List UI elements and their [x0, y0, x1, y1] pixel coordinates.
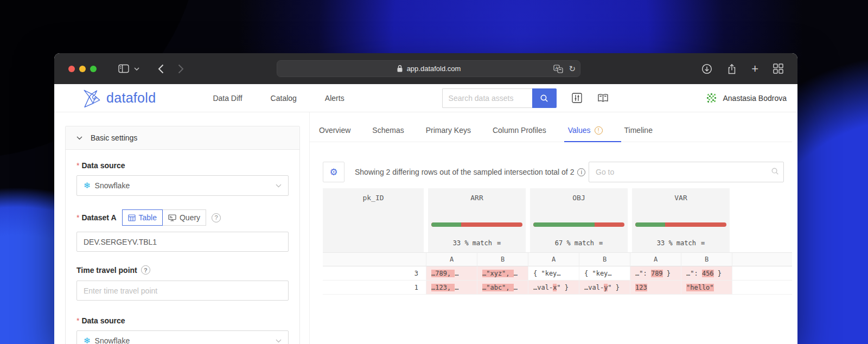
data-source-a-value: Snowflake	[95, 181, 271, 190]
select-chevron-down-icon	[276, 339, 282, 343]
downloads-icon[interactable]	[701, 63, 712, 74]
data-source-b-select[interactable]: ❄ Snowflake	[76, 330, 289, 344]
diff-cell-arr-b: …"abc", …	[477, 281, 528, 295]
values-panel: Overview Schemas Primary Keys Column Pro…	[309, 112, 797, 344]
required-asterisk: *	[76, 213, 79, 222]
url-text: app.datafold.com	[407, 65, 461, 73]
goto-input[interactable]	[589, 162, 784, 182]
time-travel-label: Time travel point ?	[76, 265, 289, 275]
minimize-window-button[interactable]	[79, 66, 86, 72]
user-menu[interactable]: Anastasia Bodrova	[706, 92, 787, 104]
table-subheader: A B A B A B	[323, 252, 792, 266]
search-icon	[540, 94, 548, 103]
forward-button[interactable]	[178, 64, 184, 74]
table-icon	[128, 214, 136, 221]
values-toolbar: ⚙ Showing 2 differing rows out of the sa…	[323, 162, 784, 182]
diff-summary: Showing 2 differing rows out of the samp…	[355, 168, 585, 176]
table-row: 3 …789, … …"xyz", … { "key… { "key… …": …	[323, 266, 792, 281]
subheader-b: B	[579, 252, 630, 266]
diff-settings-panel: Basic settings * Data source ❄ Snowflake	[65, 126, 300, 344]
time-travel-help-icon[interactable]: ?	[141, 265, 150, 275]
match-label: 67 % match	[555, 239, 594, 247]
back-button[interactable]	[158, 64, 164, 74]
zoom-window-button[interactable]	[90, 66, 97, 72]
reload-icon[interactable]: ↻	[569, 64, 576, 74]
dataset-a-help-icon[interactable]: ?	[212, 213, 221, 222]
warning-icon: !	[595, 126, 603, 135]
diff-cell-var-a: 123	[630, 281, 681, 295]
share-icon[interactable]	[727, 63, 737, 74]
collapse-chevron-icon	[76, 136, 82, 140]
column-header-pk: pk_ID	[323, 188, 424, 252]
app-navbar: datafold Data Diff Catalog Alerts	[54, 84, 797, 112]
datafold-bird-icon	[81, 88, 102, 108]
diff-cell-obj-a: { "key…	[528, 266, 579, 281]
match-bar-var	[635, 222, 726, 227]
query-icon	[168, 214, 176, 221]
address-bar[interactable]: app.datafold.com A ↻	[277, 60, 580, 77]
equals-icon[interactable]: =	[599, 239, 603, 247]
browser-window: app.datafold.com A ↻	[54, 53, 797, 344]
browser-titlebar: app.datafold.com A ↻	[54, 53, 797, 84]
close-window-button[interactable]	[68, 66, 75, 72]
diff-cell-var-b: …": 456 }	[681, 266, 732, 281]
required-asterisk: *	[76, 316, 79, 325]
equals-icon[interactable]: =	[701, 239, 705, 247]
nav-item-data-diff[interactable]: Data Diff	[213, 94, 242, 103]
tab-overview-icon[interactable]	[773, 63, 783, 74]
column-header-var: VAR 33 % match=	[632, 188, 730, 252]
diff-cell-obj-b: { "key…	[579, 266, 630, 281]
tab-timeline[interactable]: Timeline	[624, 126, 653, 142]
data-source-a-select[interactable]: ❄ Snowflake	[76, 175, 289, 196]
equals-icon[interactable]: =	[497, 239, 501, 247]
pk-value: 3	[323, 266, 426, 281]
nav-item-catalog[interactable]: Catalog	[271, 94, 297, 103]
values-diff-table: pk_ID ARR 33 % match= OBJ 67 % match=	[323, 188, 792, 295]
sidebar-chevron-down-icon[interactable]	[134, 67, 139, 71]
dataset-a-query-button[interactable]: Query	[162, 209, 206, 226]
lock-icon	[397, 65, 403, 73]
match-label: 33 % match	[453, 239, 492, 247]
table-settings-button[interactable]: ⚙	[323, 162, 344, 182]
select-chevron-down-icon	[276, 184, 282, 188]
page-body: Basic settings * Data source ❄ Snowflake	[54, 112, 797, 344]
diff-cell-arr-a: …123, …	[426, 281, 477, 295]
diff-cell-arr-b: …"xyz", …	[477, 266, 528, 281]
data-source-a-label: * Data source	[76, 161, 289, 170]
tab-column-profiles[interactable]: Column Profiles	[493, 126, 546, 142]
time-travel-input[interactable]	[76, 281, 289, 301]
search-input[interactable]	[442, 88, 532, 108]
pk-value: 1	[323, 281, 426, 295]
tab-primary-keys[interactable]: Primary Keys	[426, 126, 471, 142]
diff-cell-arr-a: …789, …	[426, 266, 477, 281]
translate-icon[interactable]: A	[553, 65, 563, 73]
new-tab-icon[interactable]: +	[751, 63, 758, 75]
subheader-a: A	[528, 252, 579, 266]
filters-icon[interactable]	[572, 93, 582, 103]
basic-settings-header[interactable]: Basic settings	[66, 126, 299, 150]
dataset-a-input[interactable]	[76, 232, 289, 252]
table-row: 1 …123, … …"abc", … …val-x" } …val-y" } …	[323, 281, 792, 295]
diff-cell-var-a: …": 789 }	[630, 266, 681, 281]
match-label: 33 % match	[657, 239, 696, 247]
nav-item-alerts[interactable]: Alerts	[325, 94, 344, 103]
tab-schemas[interactable]: Schemas	[372, 126, 404, 142]
search-button[interactable]	[532, 88, 557, 108]
sidebar-toggle-icon[interactable]	[118, 64, 129, 73]
gear-icon: ⚙	[329, 168, 337, 177]
nav-links: Data Diff Catalog Alerts	[213, 94, 344, 103]
dataset-a-table-button[interactable]: Table	[122, 209, 163, 226]
traffic-lights	[68, 66, 97, 72]
avatar	[706, 92, 718, 104]
datafold-logo[interactable]: datafold	[81, 88, 156, 108]
docs-book-icon[interactable]	[597, 93, 609, 103]
tab-values[interactable]: Values !	[568, 126, 603, 142]
user-name: Anastasia Bodrova	[723, 94, 787, 103]
data-source-b-value: Snowflake	[95, 336, 271, 344]
match-bar-obj	[533, 222, 624, 227]
subheader-b: B	[477, 252, 528, 266]
dataset-a-mode-toggle: Table Query	[122, 209, 207, 226]
tab-overview[interactable]: Overview	[319, 126, 350, 142]
info-icon[interactable]: i	[577, 168, 585, 176]
column-header-arr: ARR 33 % match=	[428, 188, 526, 252]
